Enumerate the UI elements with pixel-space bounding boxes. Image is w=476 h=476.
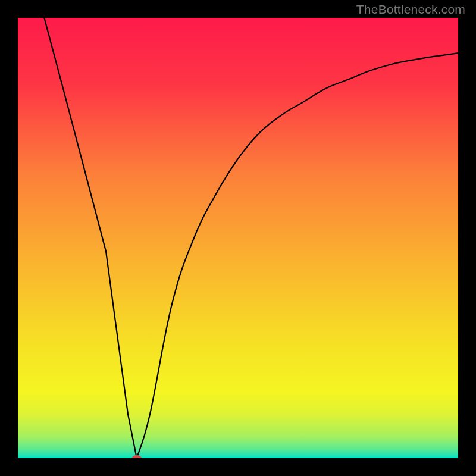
chart-plot-area bbox=[18, 18, 458, 458]
chart-background bbox=[18, 18, 458, 458]
chart-svg bbox=[18, 18, 458, 458]
watermark-text: TheBottleneck.com bbox=[356, 2, 465, 17]
chart-frame: TheBottleneck.com bbox=[0, 0, 476, 476]
